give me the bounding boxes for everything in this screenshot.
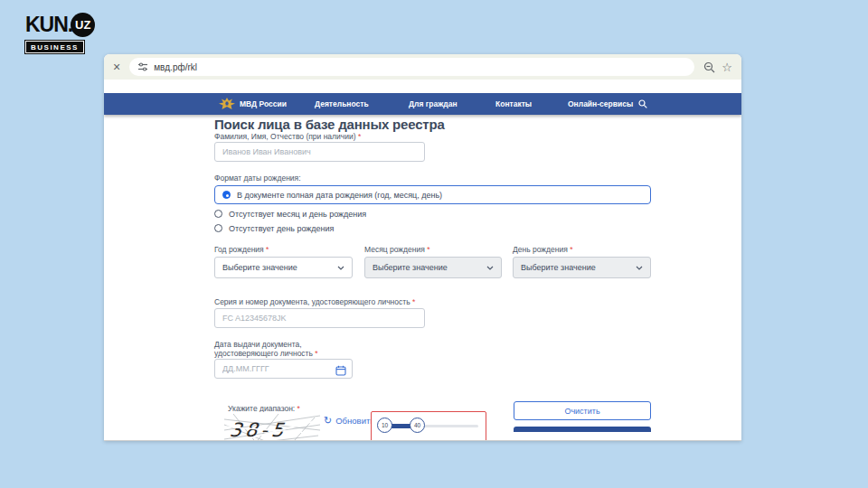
range-slider[interactable]: 10 40 xyxy=(371,411,486,440)
nav-item-citizens[interactable]: Для граждан xyxy=(409,93,458,115)
radio-selected-icon[interactable] xyxy=(222,191,231,199)
browser-chrome: × мвд.рф/rkl ☆ xyxy=(104,54,741,80)
doc-serial-label: Серия и номер документа, удостоверяющего… xyxy=(214,297,415,306)
chevron-down-icon xyxy=(486,266,494,270)
mvd-navbar: МВД России Деятельность Для граждан Конт… xyxy=(104,93,741,115)
nav-item-online-services[interactable]: Онлайн-сервисы xyxy=(568,93,633,115)
nav-brand[interactable]: МВД России xyxy=(240,93,287,115)
page-title: Поиск лица в базе данных реестра xyxy=(214,117,445,132)
kunuz-logo-text: KUN. xyxy=(25,13,72,37)
radio-option-label: Отсутствует месяц и день рождения xyxy=(229,210,366,219)
kunuz-business-badge: BUSINESS xyxy=(25,41,84,53)
site-settings-icon[interactable] xyxy=(137,61,148,72)
issue-date-input[interactable] xyxy=(214,359,353,379)
year-label: Год рождения * xyxy=(214,245,269,254)
radio-option-label: В документе полная дата рождения (год, м… xyxy=(237,191,442,200)
fio-input[interactable] xyxy=(214,142,425,162)
radio-option-no-month-day[interactable]: Отсутствует месяц и день рождения xyxy=(214,208,366,220)
browser-window: × мвд.рф/rkl ☆ xyxy=(104,54,741,441)
address-bar[interactable]: мвд.рф/rkl xyxy=(129,58,694,76)
captcha-refresh-button[interactable]: ↻ Обновить xyxy=(324,416,374,426)
refresh-label: Обновить xyxy=(335,416,374,426)
month-select[interactable]: Выберите значение xyxy=(364,257,502,278)
day-select[interactable]: Выберите значение xyxy=(513,257,651,278)
close-tab-icon[interactable]: × xyxy=(113,61,120,73)
radio-option-full-date[interactable]: В документе полная дата рождения (год, м… xyxy=(214,185,651,204)
page-viewport: МВД России Деятельность Для граждан Конт… xyxy=(104,80,741,440)
fio-label: Фамилия, Имя, Отчество (при наличии) * xyxy=(214,132,361,141)
doc-serial-input[interactable] xyxy=(214,308,425,328)
captcha-image: 38-5 xyxy=(224,412,320,440)
slider-handle-min[interactable]: 10 xyxy=(377,418,392,433)
required-mark: * xyxy=(358,132,361,141)
radio-unselected-icon[interactable] xyxy=(214,210,222,218)
radio-option-label: Отсутствует день рождения xyxy=(229,224,334,233)
month-label: Месяц рождения * xyxy=(364,245,429,254)
nav-search-icon[interactable] xyxy=(638,93,647,115)
year-select[interactable]: Выберите значение xyxy=(214,257,353,278)
nav-item-contacts[interactable]: Контакты xyxy=(495,93,532,115)
submit-button-clipped[interactable] xyxy=(514,427,651,432)
zoom-out-icon[interactable] xyxy=(703,61,715,73)
kunuz-logo: KUN. UZ BUSINESS xyxy=(25,13,95,53)
slider-handle-max[interactable]: 40 xyxy=(410,418,425,433)
chevron-down-icon xyxy=(636,266,643,270)
day-label: День рождения * xyxy=(513,245,572,254)
bookmark-star-icon[interactable]: ☆ xyxy=(722,61,732,74)
clear-button[interactable]: Очистить xyxy=(514,401,651,420)
issue-date-label: Дата выдачи документа, удостоверяющего л… xyxy=(214,340,318,358)
radio-option-no-day[interactable]: Отсутствует день рождения xyxy=(214,222,334,234)
calendar-icon[interactable] xyxy=(335,363,346,380)
refresh-icon[interactable]: ↻ xyxy=(324,416,332,426)
url-text[interactable]: мвд.рф/rkl xyxy=(154,62,197,72)
nav-item-activity[interactable]: Деятельность xyxy=(315,93,369,115)
kunuz-logo-circle: UZ xyxy=(71,13,95,37)
chevron-down-icon xyxy=(337,266,344,270)
date-format-label: Формат даты рождения: xyxy=(214,174,301,183)
radio-unselected-icon[interactable] xyxy=(214,224,222,232)
mvd-emblem-icon xyxy=(218,93,236,115)
